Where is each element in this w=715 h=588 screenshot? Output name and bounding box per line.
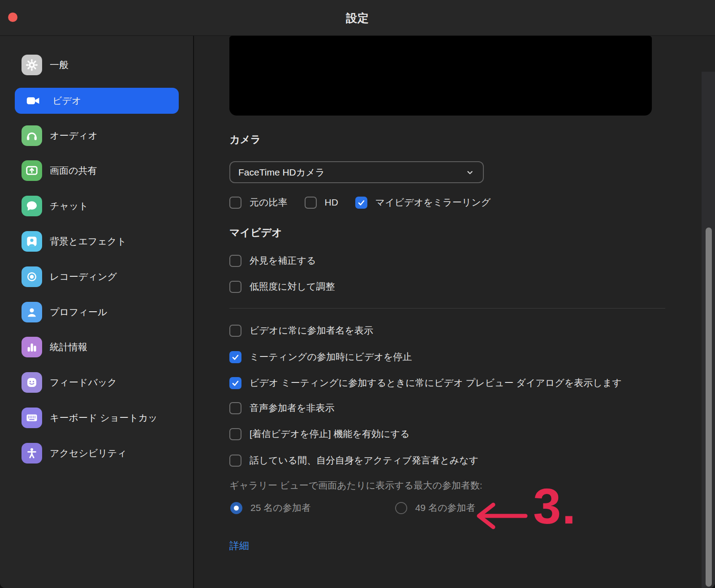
checkbox-stop-incoming-video[interactable] xyxy=(229,428,241,440)
sidebar-item-label: アクセシビリティ xyxy=(50,447,127,459)
checkbox-label: ビデオに常に参加者名を表示 xyxy=(250,324,373,337)
checkbox-touch-up-appearance[interactable] xyxy=(229,255,241,267)
camera-heading: カメラ xyxy=(229,133,261,146)
sidebar-item-label: チャット xyxy=(50,200,88,212)
checkbox-label: HD xyxy=(325,197,338,208)
option-row: 音声参加者を非表示 xyxy=(229,402,335,414)
gallery-view-label: ギャラリー ビューで画面あたりに表示する最大の参加者数: xyxy=(229,479,482,492)
sidebar-item-label: 一般 xyxy=(50,59,69,71)
bar-chart-icon xyxy=(22,337,42,357)
sidebar-item-screen-share[interactable]: 画面の共有 xyxy=(15,158,179,184)
radio-label: 49 名の参加者 xyxy=(415,502,476,514)
radio-label: 25 名の参加者 xyxy=(250,502,311,514)
camera-option: 元の比率 xyxy=(229,196,288,209)
sidebar-item-label: ビデオ xyxy=(52,94,81,107)
gallery-radio-row: 25 名の参加者 49 名の参加者 xyxy=(230,502,475,514)
keyboard-icon xyxy=(22,408,42,428)
option-row: ミーティングの参加時にビデオを停止 xyxy=(229,351,412,363)
checkbox-show-preview-dialog[interactable] xyxy=(229,377,241,389)
checkbox-adjust-low-light[interactable] xyxy=(229,281,241,293)
radio-25-participants[interactable] xyxy=(230,502,242,514)
camera-select-value: FaceTime HDカメラ xyxy=(238,166,325,179)
portrait-icon xyxy=(22,231,42,252)
checkbox-hide-non-video[interactable] xyxy=(229,402,241,414)
settings-window: 設定 一般 xyxy=(0,0,715,588)
video-settings-panel: カメラ FaceTime HDカメラ 元の比率 HD マイビデオをミラーリング xyxy=(194,36,715,588)
sidebar-item-background-effects[interactable]: 背景とエフェクト xyxy=(15,228,179,254)
camera-options-row: 元の比率 HD マイビデオをミラーリング xyxy=(229,196,491,209)
sidebar-item-statistics[interactable]: 統計情報 xyxy=(15,334,179,360)
screen-share-icon xyxy=(22,160,42,181)
titlebar: 設定 xyxy=(0,0,715,36)
checkbox-label: マイビデオをミラーリング xyxy=(375,196,491,209)
checkbox-label: 音声参加者を非表示 xyxy=(250,402,335,414)
option-row: [着信ビデオを停止] 機能を有効にする xyxy=(229,428,409,440)
option-row: 低照度に対して調整 xyxy=(229,280,335,293)
section-divider xyxy=(229,308,665,309)
option-row: ビデオに常に参加者名を表示 xyxy=(229,324,373,337)
video-preview xyxy=(229,36,652,116)
sidebar-item-profile[interactable]: プロフィール xyxy=(15,299,179,325)
checkbox-original-ratio[interactable] xyxy=(229,197,241,209)
sidebar-item-label: キーボード ショートカッ xyxy=(50,412,158,424)
camera-option: マイビデオをミラーリング xyxy=(355,196,491,209)
option-row: ビデオ ミーティングに参加するときに常にビデオ プレビュー ダイアログを表示しま… xyxy=(229,377,622,389)
sidebar-item-recording[interactable]: レコーディング xyxy=(15,264,179,290)
sidebar-item-label: フィードバック xyxy=(50,376,117,389)
sidebar-item-label: 統計情報 xyxy=(50,341,87,353)
checkbox-label: 元の比率 xyxy=(250,196,288,209)
sidebar-item-label: プロフィール xyxy=(50,306,107,318)
window-title: 設定 xyxy=(0,11,715,26)
sidebar: 一般 ビデオ オーディオ xyxy=(0,36,194,588)
sidebar-item-video[interactable]: ビデオ xyxy=(15,88,179,114)
camera-option: HD xyxy=(305,197,338,209)
sidebar-item-audio[interactable]: オーディオ xyxy=(15,123,179,149)
checkbox-spotlight-when-speaking[interactable] xyxy=(229,455,241,467)
chevron-down-icon xyxy=(465,167,475,177)
checkbox-label: 外見を補正する xyxy=(250,254,316,267)
sidebar-item-keyboard-shortcuts[interactable]: キーボード ショートカッ xyxy=(15,405,179,431)
record-icon xyxy=(22,266,42,287)
sidebar-item-accessibility[interactable]: アクセシビリティ xyxy=(15,440,179,466)
checkbox-stop-video-on-join[interactable] xyxy=(229,351,241,363)
sidebar-item-feedback[interactable]: フィードバック xyxy=(15,369,179,395)
sidebar-item-general[interactable]: 一般 xyxy=(15,52,179,78)
sidebar-item-label: 背景とエフェクト xyxy=(50,235,126,248)
radio-49-participants[interactable] xyxy=(395,502,407,514)
my-video-heading: マイビデオ xyxy=(229,226,282,240)
chat-bubble-icon xyxy=(22,196,42,216)
advanced-link[interactable]: 詳細 xyxy=(229,539,249,553)
checkbox-label: 低照度に対して調整 xyxy=(250,280,335,293)
smiley-icon xyxy=(22,372,42,393)
annotation-step-number: 3. xyxy=(533,481,577,532)
checkbox-label: [着信ビデオを停止] 機能を有効にする xyxy=(250,428,409,440)
sidebar-item-label: オーディオ xyxy=(50,129,98,142)
video-camera-icon xyxy=(22,90,45,111)
sidebar-item-chat[interactable]: チャット xyxy=(15,193,179,219)
option-row: 話している間、自分自身をアクティブ発言者とみなす xyxy=(229,454,478,467)
annotation-arrow-icon xyxy=(473,502,531,532)
checkbox-label: ミーティングの参加時にビデオを停止 xyxy=(250,351,412,363)
checkbox-hd[interactable] xyxy=(305,197,317,209)
checkbox-label: ビデオ ミーティングに参加するときに常にビデオ プレビュー ダイアログを表示しま… xyxy=(250,377,622,389)
checkbox-label: 話している間、自分自身をアクティブ発言者とみなす xyxy=(250,454,478,467)
camera-select[interactable]: FaceTime HDカメラ xyxy=(229,161,484,183)
scrollbar-track[interactable] xyxy=(702,72,715,588)
accessibility-icon xyxy=(22,443,42,464)
scrollbar-thumb[interactable] xyxy=(706,227,712,587)
checkbox-always-show-names[interactable] xyxy=(229,325,241,337)
option-row: 外見を補正する xyxy=(229,254,316,267)
sidebar-item-label: レコーディング xyxy=(50,270,117,283)
checkbox-mirror-video[interactable] xyxy=(355,197,367,209)
sidebar-item-label: 画面の共有 xyxy=(50,164,97,177)
sidebar-divider xyxy=(193,36,194,588)
headphones-icon xyxy=(22,125,42,146)
person-icon xyxy=(22,302,42,322)
gear-icon xyxy=(22,55,42,75)
